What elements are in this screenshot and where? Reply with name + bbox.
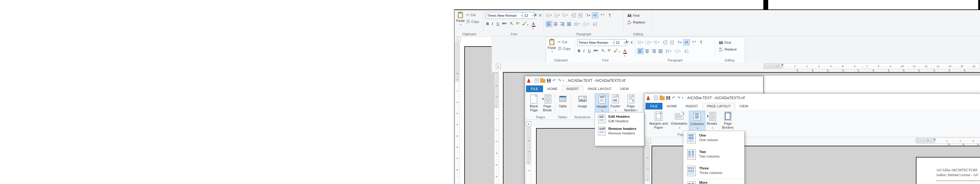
title-bar[interactable]: ArCADia-TEXT - ArCADiaTEXT0.rtf <box>644 94 980 102</box>
margin-marker-icon[interactable] <box>456 78 458 81</box>
cut-button[interactable]: Cut <box>558 40 567 44</box>
tab-file[interactable]: FILE <box>646 103 662 109</box>
shrink-font-button[interactable]: A <box>539 13 542 17</box>
tab-stop-selector[interactable]: L <box>456 37 461 42</box>
new-document-icon[interactable] <box>654 96 658 100</box>
insert-marks-button[interactable] <box>599 12 606 18</box>
undo-icon[interactable] <box>672 96 675 100</box>
align-left-button[interactable] <box>637 48 644 54</box>
columns-button[interactable]: Columns <box>689 111 705 131</box>
tab-view[interactable]: VIEW <box>735 103 752 109</box>
paste-dropdown-arrow[interactable] <box>455 22 465 26</box>
open-folder-icon[interactable] <box>660 96 665 100</box>
borders-button[interactable] <box>674 48 681 54</box>
breaks-dropdown-arrow[interactable] <box>711 126 713 130</box>
indent-marker-icon[interactable]: ▶ <box>782 64 783 66</box>
bold-button[interactable]: B <box>578 48 581 53</box>
font-family-combo[interactable]: Times New Roman <box>485 12 524 19</box>
strikethrough-button[interactable]: abc <box>502 21 507 25</box>
bullet-list-button[interactable] <box>546 12 552 18</box>
replace-button[interactable]: Replace <box>627 20 645 24</box>
horizontal-ruler-2[interactable]: 1 12345678910111213141516 ▶ <box>764 63 980 69</box>
ltr-paragraph-button[interactable] <box>683 39 690 45</box>
font-size-arrow[interactable] <box>531 14 533 18</box>
indent-marker-icon[interactable]: ▶ <box>934 138 935 141</box>
highlight-button[interactable] <box>614 48 620 54</box>
paragraph-spacing-button[interactable] <box>683 48 690 54</box>
tab-home[interactable]: HOME <box>543 86 562 92</box>
menu-item-edit-headers-text[interactable]: Edit Headers Edit Headers <box>608 114 630 123</box>
tab-view[interactable]: VIEW <box>616 86 633 92</box>
cut-button[interactable]: Cut <box>466 13 476 17</box>
paste-button[interactable]: Paste <box>455 11 465 26</box>
shrink-font-button[interactable]: A <box>630 40 633 44</box>
tab-stop-mark[interactable]: L <box>942 142 956 146</box>
subscript-button[interactable]: X₂ <box>510 21 514 25</box>
menu-item-more-text[interactable]: More <box>699 180 708 184</box>
highlight-button[interactable] <box>522 21 528 26</box>
tab-stop-selector[interactable]: L <box>496 64 501 69</box>
show-formatting-button[interactable] <box>606 12 613 18</box>
table-button[interactable]: Table <box>556 93 570 108</box>
align-center-button[interactable] <box>644 48 650 54</box>
page-number-button[interactable]: Page Number <box>622 93 640 112</box>
menu-item-three-columns[interactable] <box>687 166 695 177</box>
copy-button[interactable]: Copy <box>466 19 479 23</box>
rtl-paragraph-button[interactable] <box>585 12 592 18</box>
tab-stop-marks[interactable]: LLLLLLLLLLLL <box>790 69 972 72</box>
open-folder-icon[interactable] <box>540 79 545 83</box>
header-button[interactable]: Header <box>595 93 609 114</box>
page-borders-button[interactable]: Page Borders <box>719 111 736 130</box>
borders-button[interactable] <box>583 21 589 27</box>
subscript-button[interactable]: X₂ <box>601 48 605 52</box>
margin-marker-icon[interactable] <box>528 161 529 164</box>
align-right-button[interactable] <box>651 48 657 54</box>
menu-item-one-column[interactable] <box>687 133 695 144</box>
tab-stop-mark[interactable]: L <box>881 69 896 72</box>
redo-icon[interactable] <box>558 78 561 83</box>
superscript-button[interactable]: X² <box>608 48 611 52</box>
font-color-button[interactable]: A <box>532 21 535 30</box>
page-break-button[interactable]: Page Break <box>541 93 554 112</box>
rtl-paragraph-button[interactable] <box>677 39 683 45</box>
numbered-list-button[interactable] <box>554 12 560 18</box>
save-icon[interactable] <box>547 79 550 82</box>
bullet-list-button[interactable] <box>637 39 644 45</box>
margin-marker-icon[interactable] <box>495 105 497 108</box>
grow-font-button[interactable]: A <box>534 13 537 18</box>
menu-item-more[interactable] <box>687 182 695 184</box>
tab-stop-mark[interactable]: L <box>851 69 866 72</box>
decrease-indent-button[interactable] <box>662 39 668 45</box>
font-size-arrow[interactable] <box>623 41 625 45</box>
quick-access-toolbar-arrow[interactable] <box>563 79 564 82</box>
tab-page-layout[interactable]: PAGE LAYOUT <box>584 86 616 92</box>
font-color-button[interactable]: A <box>623 48 627 58</box>
tab-insert[interactable]: INSERT <box>562 85 584 93</box>
justify-button[interactable] <box>657 48 663 54</box>
breaks-button[interactable]: Breaks <box>705 111 719 130</box>
strikethrough-button[interactable]: abc <box>593 48 598 52</box>
insert-marks-button[interactable] <box>691 39 697 45</box>
underline-button[interactable]: U <box>496 21 499 26</box>
paste-dropdown-arrow[interactable] <box>547 50 557 53</box>
align-left-button[interactable] <box>546 21 552 27</box>
font-size-combo[interactable]: 12 <box>523 12 535 19</box>
footer-button[interactable]: Footer <box>609 93 622 112</box>
tab-stop-selector[interactable]: L <box>646 139 651 144</box>
menu-item-two-columns[interactable] <box>687 149 695 160</box>
orientation-button[interactable]: Orientation <box>670 111 688 130</box>
increase-indent-button[interactable] <box>578 12 584 18</box>
increase-indent-button[interactable] <box>669 39 675 45</box>
font-family-arrow[interactable] <box>612 41 614 45</box>
line-spacing-button[interactable] <box>665 48 671 54</box>
orientation-dropdown-arrow[interactable] <box>678 126 680 130</box>
find-button[interactable]: Find <box>719 40 731 45</box>
tab-stop-mark[interactable]: L <box>942 69 957 72</box>
tab-stop-mark[interactable]: L <box>896 69 912 72</box>
image-button[interactable]: Image <box>572 93 593 108</box>
replace-button[interactable]: Replace <box>719 47 737 51</box>
menu-item-edit-headers[interactable] <box>598 115 605 124</box>
menu-item-remove-headers[interactable] <box>598 127 605 136</box>
tab-stop-mark[interactable]: L <box>971 142 980 146</box>
multilevel-list-button[interactable] <box>562 12 568 18</box>
